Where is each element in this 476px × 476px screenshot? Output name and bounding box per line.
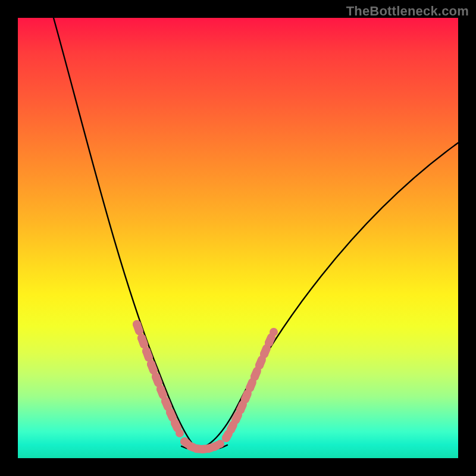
marker-left-dot [161, 397, 170, 405]
marker-floor-dot [216, 440, 224, 448]
marker-left-dot [142, 347, 151, 355]
marker-left-dot [133, 320, 141, 328]
marker-right-dot [222, 434, 230, 442]
bottleneck-curve-svg [18, 18, 458, 458]
marker-left-dot [166, 408, 174, 416]
marker-right-dot [236, 406, 245, 414]
marker-left-dot [156, 385, 165, 393]
marker-group [133, 320, 278, 453]
curve-left-arm [54, 18, 196, 449]
marker-right-dot [231, 416, 240, 424]
marker-left-dot [171, 419, 179, 427]
chart-frame: TheBottleneck.com [0, 0, 476, 476]
plot-area [18, 18, 458, 458]
marker-right-dot [241, 395, 249, 403]
marker-left-dot [147, 360, 155, 368]
marker-right-dot [265, 339, 273, 347]
marker-right-dot [246, 384, 254, 392]
marker-right-dot [260, 350, 268, 358]
marker-left-dot [137, 334, 146, 342]
marker-left-dot [152, 372, 160, 381]
marker-right-dot [255, 361, 264, 369]
marker-right-dot [270, 328, 278, 336]
watermark-text: TheBottleneck.com [346, 4, 469, 19]
marker-right-dot [227, 425, 235, 434]
curve-right-arm [196, 143, 458, 449]
marker-left-dot [176, 429, 184, 437]
marker-right-dot [250, 372, 259, 381]
